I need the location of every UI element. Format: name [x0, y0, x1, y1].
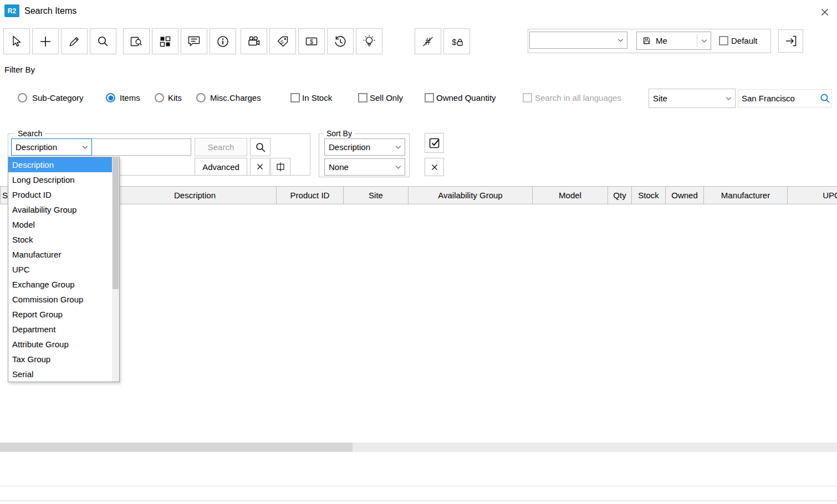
exit-button[interactable] [778, 29, 803, 53]
dropdown-option[interactable]: Attribute Group [8, 337, 112, 352]
dropdown-scrollbar-thumb[interactable] [113, 158, 119, 289]
radio-kits-label: Kits [168, 93, 182, 103]
expand-window-icon [274, 161, 287, 173]
horizontal-scrollbar-thumb[interactable] [0, 443, 353, 452]
toolbar-button-comment[interactable] [181, 28, 207, 54]
horizontal-scrollbar[interactable] [0, 443, 837, 452]
magnifier-icon [819, 92, 831, 104]
toolbar-button-camera[interactable] [241, 28, 267, 54]
clear-search-button[interactable] [250, 158, 270, 176]
history-icon [333, 34, 348, 49]
dropdown-option[interactable]: UPC [8, 262, 112, 277]
toolbar-button-pointer[interactable] [3, 28, 30, 54]
toolbar-button-search-view[interactable] [123, 28, 150, 54]
column-header-description[interactable]: Description [113, 186, 277, 204]
toolbar-button-info[interactable] [210, 28, 236, 54]
toolbar-button-price-lock[interactable]: $ [443, 28, 470, 54]
sort-clear-button[interactable] [425, 158, 444, 176]
toolbar-button-add[interactable] [32, 28, 59, 54]
radio-misc-charges[interactable] [196, 93, 206, 102]
toolbar-button-edit[interactable] [61, 28, 88, 54]
toolbar-button-tag-s[interactable]: S [269, 28, 296, 54]
dropdown-option[interactable]: Tax Group [8, 352, 112, 367]
dropdown-option[interactable]: Serial [8, 367, 112, 382]
in-stock-checkbox[interactable] [290, 93, 300, 102]
results-area [0, 204, 837, 443]
close-button[interactable] [818, 6, 831, 19]
dropdown-option[interactable]: Long Description [8, 172, 112, 187]
search-magnifier-button[interactable] [250, 138, 271, 156]
chevron-down-icon [701, 39, 707, 43]
advanced-button-label: Advanced [202, 162, 239, 172]
radio-selected-dot [108, 95, 113, 100]
site-search-button[interactable] [819, 92, 831, 104]
price-lock-icon: $ [450, 34, 464, 49]
chevron-down-icon [395, 145, 401, 150]
search-field-combo[interactable]: Description [11, 138, 92, 156]
sort-apply-button[interactable] [425, 133, 444, 153]
dropdown-option[interactable]: Department [8, 322, 112, 337]
dropdown-option[interactable]: Model [8, 217, 112, 232]
toolbar-button-price-tag[interactable]: $ [298, 28, 325, 54]
column-header-site[interactable]: Site [343, 186, 409, 204]
expand-search-button[interactable] [271, 158, 290, 176]
dropdown-option[interactable]: Product ID [8, 187, 112, 202]
exit-icon [784, 34, 798, 48]
sort-primary-value: Description [329, 142, 370, 152]
info-icon [216, 34, 230, 49]
radio-items[interactable] [106, 93, 115, 102]
radio-kits[interactable] [155, 93, 164, 102]
site-search-input[interactable] [738, 89, 832, 107]
dropdown-option[interactable]: Availability Group [8, 202, 112, 217]
column-header-availability-group[interactable]: Availability Group [408, 186, 533, 204]
tag-s-icon: S [275, 34, 290, 49]
search-field-dropdown: Description Long Description Product ID … [8, 157, 120, 382]
search-field-combo-value: Description [16, 142, 57, 152]
dropdown-option[interactable]: Manufacturer [8, 247, 112, 262]
toolbar-button-history[interactable] [327, 28, 354, 54]
sell-only-checkbox[interactable] [358, 93, 368, 102]
column-header-owned[interactable]: Owned [665, 186, 704, 204]
sort-secondary-combo[interactable]: None [324, 158, 405, 176]
column-header-manufacturer[interactable]: Manufacturer [703, 186, 788, 204]
profile-combo[interactable] [529, 32, 627, 49]
column-header-upc[interactable]: UPC [787, 186, 837, 204]
search-all-languages-label: Search in all languages [535, 93, 621, 103]
me-dropdown-toggle[interactable] [701, 39, 707, 43]
toolbar-button-hash[interactable]: # [415, 28, 441, 54]
advanced-button[interactable]: Advanced [195, 158, 247, 176]
toolbar-button-search[interactable] [90, 28, 116, 54]
dropdown-option[interactable]: Commission Group [8, 292, 112, 307]
column-header-product-id[interactable]: Product ID [276, 186, 344, 204]
sort-primary-combo[interactable]: Description [324, 138, 405, 156]
dropdown-scrollbar[interactable] [112, 157, 119, 382]
chevron-down-icon [726, 96, 732, 101]
sell-only-label: Sell Only [370, 93, 403, 103]
dropdown-option[interactable]: Exchange Group [8, 277, 112, 292]
toolbar-button-grid-layout[interactable] [152, 28, 178, 54]
svg-text:$: $ [452, 37, 457, 46]
site-combo-value: Site [653, 94, 667, 103]
search-button-label: Search [208, 142, 234, 152]
column-header-qty[interactable]: Qty [608, 186, 632, 204]
radio-sub-category[interactable] [18, 93, 27, 102]
pointer-icon [9, 34, 24, 49]
dropdown-option[interactable]: Report Group [8, 307, 112, 322]
divider [697, 34, 697, 47]
chevron-down-icon [395, 165, 401, 169]
search-term-input[interactable] [91, 138, 191, 156]
sort-secondary-value: None [329, 162, 349, 172]
dropdown-option[interactable]: Stock [8, 232, 112, 247]
default-checkbox[interactable] [719, 36, 728, 45]
save-me-button[interactable]: Me [636, 32, 711, 50]
column-header-model[interactable]: Model [532, 186, 608, 204]
search-button[interactable]: Search [195, 138, 247, 156]
camera-icon [247, 34, 261, 49]
filter-by-label: Filter By [4, 65, 35, 75]
column-header-stock[interactable]: Stock [631, 186, 666, 204]
site-combo[interactable]: Site [649, 89, 736, 108]
dropdown-option[interactable]: Description [8, 157, 112, 172]
radio-items-label: Items [120, 93, 140, 103]
toolbar-button-idea[interactable] [356, 28, 382, 54]
owned-quantity-checkbox[interactable] [425, 93, 434, 102]
